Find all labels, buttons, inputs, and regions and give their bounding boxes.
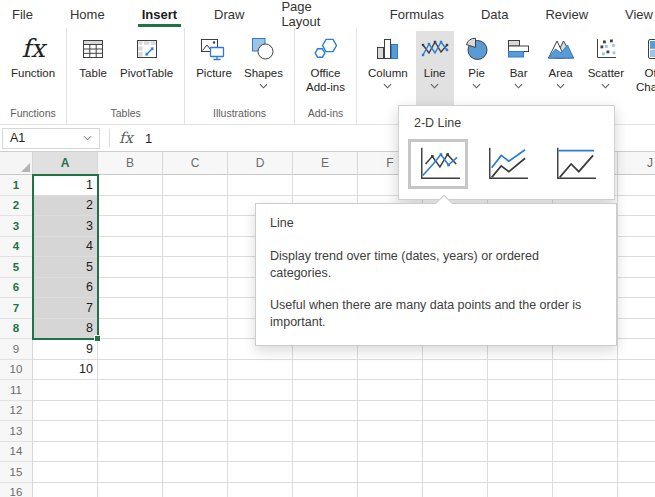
cell-A11[interactable] [33,380,98,401]
menu-tab-home[interactable]: Home [68,1,107,28]
cell-E15[interactable] [293,462,358,483]
cell-G13[interactable] [423,421,488,442]
cell-C2[interactable] [163,196,228,217]
cell-D15[interactable] [228,462,293,483]
cell-B16[interactable] [98,483,163,497]
pivottable-button[interactable]: PivotTable [116,31,177,82]
cell-G11[interactable] [423,380,488,401]
cell-C3[interactable] [163,216,228,237]
cell-H13[interactable] [488,421,553,442]
row-header-1[interactable]: 1 [0,175,33,196]
cell-E13[interactable] [293,421,358,442]
pie-chart-button[interactable]: Pie [458,31,496,91]
cell-H11[interactable] [488,380,553,401]
office-addins-button[interactable]: Office Add-ins [302,31,349,97]
cell-C6[interactable] [163,278,228,299]
cell-A13[interactable] [33,421,98,442]
cell-J13[interactable] [618,421,655,442]
menu-tab-page-layout[interactable]: Page Layout [279,0,354,35]
cell-F13[interactable] [358,421,423,442]
cell-H10[interactable] [488,360,553,381]
column-header-b[interactable]: B [98,152,163,175]
cell-D12[interactable] [228,401,293,422]
row-header-3[interactable]: 3 [0,216,33,237]
row-header-15[interactable]: 15 [0,462,33,483]
cell-B13[interactable] [98,421,163,442]
menu-tab-formulas[interactable]: Formulas [388,1,446,28]
row-header-11[interactable]: 11 [0,380,33,401]
cell-F12[interactable] [358,401,423,422]
row-header-12[interactable]: 12 [0,401,33,422]
area-chart-button[interactable]: Area [542,31,580,91]
cell-H12[interactable] [488,401,553,422]
cell-B14[interactable] [98,442,163,463]
cell-J1[interactable] [618,175,655,196]
menu-tab-insert[interactable]: Insert [140,1,179,28]
cell-C15[interactable] [163,462,228,483]
row-header-13[interactable]: 13 [0,421,33,442]
option-100-stacked-line[interactable] [544,139,604,189]
cell-H14[interactable] [488,442,553,463]
cell-J3[interactable] [618,216,655,237]
cell-A4[interactable]: 4 [33,237,98,258]
insert-function-icon[interactable]: fx [119,129,133,147]
cell-B12[interactable] [98,401,163,422]
cell-B5[interactable] [98,257,163,278]
cell-B7[interactable] [98,298,163,319]
column-header-j[interactable]: J [618,152,655,175]
cell-C10[interactable] [163,360,228,381]
cell-E16[interactable] [293,483,358,497]
cell-I15[interactable] [553,462,618,483]
row-header-16[interactable]: 16 [0,483,33,497]
picture-button[interactable]: Picture [192,31,236,82]
cell-A3[interactable]: 3 [33,216,98,237]
cell-E1[interactable] [293,175,358,196]
cell-E12[interactable] [293,401,358,422]
row-header-6[interactable]: 6 [0,278,33,299]
cell-J5[interactable] [618,257,655,278]
option-stacked-line[interactable] [476,139,536,189]
cell-A5[interactable]: 5 [33,257,98,278]
cell-I14[interactable] [553,442,618,463]
row-header-7[interactable]: 7 [0,298,33,319]
shapes-button[interactable]: Shapes [240,31,287,91]
cell-C12[interactable] [163,401,228,422]
cell-C1[interactable] [163,175,228,196]
cell-B6[interactable] [98,278,163,299]
menu-tab-draw[interactable]: Draw [212,1,246,28]
cell-B2[interactable] [98,196,163,217]
cell-J9[interactable] [618,339,655,360]
cell-C4[interactable] [163,237,228,258]
cell-B8[interactable] [98,319,163,340]
cell-A7[interactable]: 7 [33,298,98,319]
column-header-c[interactable]: C [163,152,228,175]
cell-F10[interactable] [358,360,423,381]
cell-H15[interactable] [488,462,553,483]
column-header-d[interactable]: D [228,152,293,175]
table-button[interactable]: Table [74,31,112,82]
cell-F15[interactable] [358,462,423,483]
cell-B11[interactable] [98,380,163,401]
cell-J2[interactable] [618,196,655,217]
row-header-9[interactable]: 9 [0,339,33,360]
cell-J16[interactable] [618,483,655,497]
cell-F11[interactable] [358,380,423,401]
other-charts-button[interactable]: Other Charts [632,31,655,97]
cell-C5[interactable] [163,257,228,278]
cell-J8[interactable] [618,319,655,340]
cell-A16[interactable] [33,483,98,497]
menu-tab-view[interactable]: View [623,1,655,28]
cell-A14[interactable] [33,442,98,463]
cell-A12[interactable] [33,401,98,422]
cell-J12[interactable] [618,401,655,422]
cell-B9[interactable] [98,339,163,360]
column-header-e[interactable]: E [293,152,358,175]
cell-J15[interactable] [618,462,655,483]
line-chart-button[interactable]: Line [416,31,454,105]
select-all-corner[interactable] [0,152,33,175]
cell-J4[interactable] [618,237,655,258]
cell-C16[interactable] [163,483,228,497]
cell-I13[interactable] [553,421,618,442]
cell-B10[interactable] [98,360,163,381]
cell-I16[interactable] [553,483,618,497]
